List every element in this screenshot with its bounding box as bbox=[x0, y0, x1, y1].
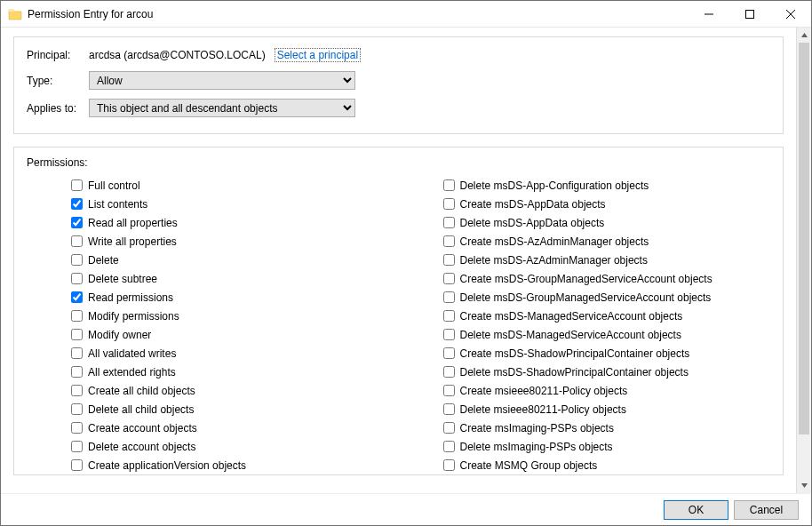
permission-checkbox[interactable] bbox=[443, 235, 455, 247]
permission-checkbox[interactable] bbox=[71, 254, 83, 266]
permission-label: Delete msieee80211-Policy objects bbox=[460, 403, 626, 416]
permission-checkbox[interactable] bbox=[71, 459, 83, 471]
permission-checkbox[interactable] bbox=[71, 422, 83, 434]
permission-item[interactable]: Create msieee80211-Policy objects bbox=[399, 381, 771, 400]
permission-item[interactable]: Create account objects bbox=[27, 418, 399, 437]
permission-checkbox[interactable] bbox=[71, 366, 83, 378]
window-title: Permission Entry for arcou bbox=[28, 8, 689, 20]
permission-checkbox[interactable] bbox=[71, 235, 83, 247]
permission-checkbox[interactable] bbox=[443, 403, 455, 415]
permission-item[interactable]: Create msImaging-PSPs objects bbox=[399, 418, 771, 437]
permission-item[interactable]: Delete account objects bbox=[27, 437, 399, 456]
permission-checkbox[interactable] bbox=[443, 273, 455, 284]
permission-checkbox[interactable] bbox=[443, 198, 455, 210]
permission-checkbox[interactable] bbox=[71, 385, 83, 396]
applies-to-label: Applies to: bbox=[27, 102, 89, 115]
permission-checkbox[interactable] bbox=[443, 329, 455, 340]
permissions-column-right: Delete msDS-App-Configuration objectsCre… bbox=[399, 176, 771, 474]
permission-label: Delete msDS-ManagedServiceAccount object… bbox=[460, 329, 681, 341]
permission-checkbox[interactable] bbox=[71, 403, 83, 415]
permission-item[interactable]: Modify owner bbox=[27, 325, 399, 344]
svg-rect-0 bbox=[746, 10, 754, 18]
permission-item[interactable]: Delete subtree bbox=[27, 269, 399, 288]
permission-checkbox[interactable] bbox=[71, 217, 83, 228]
permission-checkbox[interactable] bbox=[71, 347, 83, 359]
permission-item[interactable]: Full control bbox=[27, 176, 399, 195]
permission-item[interactable]: Create msDS-GroupManagedServiceAccount o… bbox=[399, 269, 771, 288]
permission-checkbox[interactable] bbox=[443, 291, 455, 303]
permission-item[interactable]: All validated writes bbox=[27, 344, 399, 363]
principal-value: arcdsa (arcdsa@CONTOSO.LOCAL) bbox=[89, 49, 266, 61]
permission-item[interactable]: Delete msDS-GroupManagedServiceAccount o… bbox=[399, 288, 771, 307]
permission-item[interactable]: List contents bbox=[27, 195, 399, 213]
permission-item[interactable]: Read permissions bbox=[27, 288, 399, 307]
permission-label: Read all properties bbox=[88, 217, 178, 229]
principal-row: Principal: arcdsa (arcdsa@CONTOSO.LOCAL)… bbox=[27, 48, 770, 62]
ok-button[interactable]: OK bbox=[664, 500, 728, 520]
permission-item[interactable]: Create msDS-AzAdminManager objects bbox=[399, 232, 771, 251]
scroll-down-icon[interactable] bbox=[797, 478, 811, 493]
permissions-columns: Full controlList contentsRead all proper… bbox=[27, 176, 770, 474]
permission-label: Delete msDS-GroupManagedServiceAccount o… bbox=[460, 291, 712, 304]
permissions-column-left: Full controlList contentsRead all proper… bbox=[27, 176, 399, 474]
applies-to-select[interactable]: This object and all descendant objects bbox=[89, 99, 355, 117]
permission-checkbox[interactable] bbox=[443, 385, 455, 396]
permission-checkbox[interactable] bbox=[71, 329, 83, 340]
permission-label: Create msDS-ShadowPrincipalContainer obj… bbox=[460, 347, 690, 360]
permission-checkbox[interactable] bbox=[443, 422, 455, 434]
permission-checkbox[interactable] bbox=[443, 441, 455, 452]
maximize-button[interactable] bbox=[729, 1, 770, 27]
scroll-up-icon[interactable] bbox=[797, 28, 811, 43]
permission-checkbox[interactable] bbox=[71, 179, 83, 191]
close-button[interactable] bbox=[770, 1, 811, 27]
permission-item[interactable]: Create msDS-AppData objects bbox=[399, 195, 771, 213]
type-select[interactable]: AllowDeny bbox=[89, 71, 355, 90]
permission-checkbox[interactable] bbox=[71, 291, 83, 303]
permission-item[interactable]: Create msDS-ManagedServiceAccount object… bbox=[399, 307, 771, 325]
scroll-thumb[interactable] bbox=[799, 43, 809, 434]
permission-item[interactable]: Delete msImaging-PSPs objects bbox=[399, 437, 771, 456]
permission-item[interactable]: Delete msDS-AzAdminManager objects bbox=[399, 251, 771, 269]
permission-label: Delete msDS-App-Configuration objects bbox=[460, 179, 649, 192]
permission-item[interactable]: Delete msDS-AppData objects bbox=[399, 213, 771, 232]
permission-label: Create msImaging-PSPs objects bbox=[460, 422, 614, 434]
select-principal-link[interactable]: Select a principal bbox=[275, 48, 361, 62]
permission-checkbox[interactable] bbox=[71, 310, 83, 322]
permission-item[interactable]: Modify permissions bbox=[27, 307, 399, 325]
permission-checkbox[interactable] bbox=[443, 459, 455, 471]
permission-item[interactable]: Delete bbox=[27, 251, 399, 269]
permission-checkbox[interactable] bbox=[443, 217, 455, 228]
permission-item[interactable]: Delete msDS-ShadowPrincipalContainer obj… bbox=[399, 363, 771, 381]
minimize-button[interactable] bbox=[689, 1, 729, 27]
vertical-scrollbar[interactable] bbox=[796, 28, 811, 493]
permission-label: List contents bbox=[88, 198, 147, 211]
permission-item[interactable]: Delete msDS-App-Configuration objects bbox=[399, 176, 771, 195]
header-group: Principal: arcdsa (arcdsa@CONTOSO.LOCAL)… bbox=[13, 36, 784, 134]
permission-label: Create MSMQ Group objects bbox=[460, 459, 598, 472]
permission-checkbox[interactable] bbox=[443, 254, 455, 266]
permission-item[interactable]: Delete msieee80211-Policy objects bbox=[399, 400, 771, 418]
type-label: Type: bbox=[27, 75, 89, 87]
permission-label: Delete bbox=[88, 254, 119, 267]
permission-item[interactable]: Delete msDS-ManagedServiceAccount object… bbox=[399, 325, 771, 344]
permission-checkbox[interactable] bbox=[71, 441, 83, 452]
permission-item[interactable]: Create MSMQ Group objects bbox=[399, 456, 771, 474]
permission-item[interactable]: Create msDS-ShadowPrincipalContainer obj… bbox=[399, 344, 771, 363]
permission-label: Delete msDS-ShadowPrincipalContainer obj… bbox=[460, 366, 689, 379]
permission-checkbox[interactable] bbox=[443, 347, 455, 359]
permission-checkbox[interactable] bbox=[71, 273, 83, 284]
permission-item[interactable]: Read all properties bbox=[27, 213, 399, 232]
permission-label: Create msDS-GroupManagedServiceAccount o… bbox=[460, 273, 712, 285]
permission-item[interactable]: Create all child objects bbox=[27, 381, 399, 400]
permission-checkbox[interactable] bbox=[71, 198, 83, 210]
permission-checkbox[interactable] bbox=[443, 310, 455, 322]
permission-item[interactable]: Delete all child objects bbox=[27, 400, 399, 418]
permission-item[interactable]: Write all properties bbox=[27, 232, 399, 251]
permission-label: Write all properties bbox=[88, 235, 177, 248]
permission-checkbox[interactable] bbox=[443, 366, 455, 378]
cancel-button[interactable]: Cancel bbox=[734, 500, 799, 520]
permission-checkbox[interactable] bbox=[443, 179, 455, 191]
permission-item[interactable]: All extended rights bbox=[27, 363, 399, 381]
scroll-track[interactable] bbox=[797, 43, 811, 478]
permission-item[interactable]: Create applicationVersion objects bbox=[27, 456, 399, 474]
